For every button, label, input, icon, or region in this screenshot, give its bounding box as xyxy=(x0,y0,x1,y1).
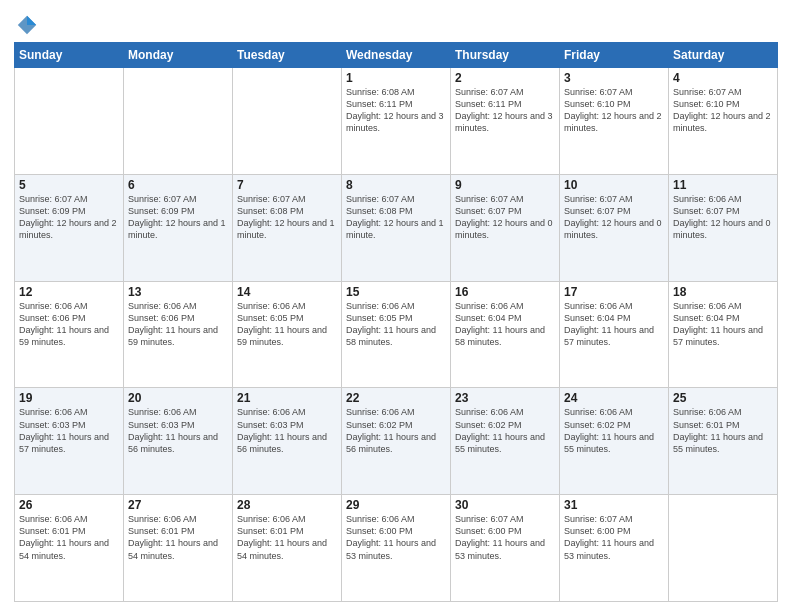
day-number: 17 xyxy=(564,285,664,299)
table-row: 9Sunrise: 6:07 AM Sunset: 6:07 PM Daylig… xyxy=(451,174,560,281)
table-row: 11Sunrise: 6:06 AM Sunset: 6:07 PM Dayli… xyxy=(669,174,778,281)
day-number: 7 xyxy=(237,178,337,192)
day-number: 18 xyxy=(673,285,773,299)
day-info: Sunrise: 6:07 AM Sunset: 6:11 PM Dayligh… xyxy=(455,86,555,135)
table-row: 10Sunrise: 6:07 AM Sunset: 6:07 PM Dayli… xyxy=(560,174,669,281)
day-number: 4 xyxy=(673,71,773,85)
day-number: 14 xyxy=(237,285,337,299)
day-info: Sunrise: 6:06 AM Sunset: 6:05 PM Dayligh… xyxy=(346,300,446,349)
day-number: 15 xyxy=(346,285,446,299)
table-row xyxy=(15,68,124,175)
col-monday: Monday xyxy=(124,43,233,68)
table-row xyxy=(233,68,342,175)
day-number: 27 xyxy=(128,498,228,512)
day-info: Sunrise: 6:06 AM Sunset: 6:03 PM Dayligh… xyxy=(237,406,337,455)
table-row: 30Sunrise: 6:07 AM Sunset: 6:00 PM Dayli… xyxy=(451,495,560,602)
table-row: 6Sunrise: 6:07 AM Sunset: 6:09 PM Daylig… xyxy=(124,174,233,281)
table-row: 23Sunrise: 6:06 AM Sunset: 6:02 PM Dayli… xyxy=(451,388,560,495)
table-row: 12Sunrise: 6:06 AM Sunset: 6:06 PM Dayli… xyxy=(15,281,124,388)
table-row: 20Sunrise: 6:06 AM Sunset: 6:03 PM Dayli… xyxy=(124,388,233,495)
table-row: 17Sunrise: 6:06 AM Sunset: 6:04 PM Dayli… xyxy=(560,281,669,388)
table-row: 13Sunrise: 6:06 AM Sunset: 6:06 PM Dayli… xyxy=(124,281,233,388)
day-info: Sunrise: 6:06 AM Sunset: 6:03 PM Dayligh… xyxy=(19,406,119,455)
header xyxy=(14,10,778,36)
day-number: 5 xyxy=(19,178,119,192)
day-number: 1 xyxy=(346,71,446,85)
table-row: 27Sunrise: 6:06 AM Sunset: 6:01 PM Dayli… xyxy=(124,495,233,602)
day-info: Sunrise: 6:06 AM Sunset: 6:04 PM Dayligh… xyxy=(673,300,773,349)
table-row: 15Sunrise: 6:06 AM Sunset: 6:05 PM Dayli… xyxy=(342,281,451,388)
table-row: 5Sunrise: 6:07 AM Sunset: 6:09 PM Daylig… xyxy=(15,174,124,281)
day-info: Sunrise: 6:06 AM Sunset: 6:03 PM Dayligh… xyxy=(128,406,228,455)
table-row: 4Sunrise: 6:07 AM Sunset: 6:10 PM Daylig… xyxy=(669,68,778,175)
calendar-week-row: 5Sunrise: 6:07 AM Sunset: 6:09 PM Daylig… xyxy=(15,174,778,281)
table-row: 31Sunrise: 6:07 AM Sunset: 6:00 PM Dayli… xyxy=(560,495,669,602)
day-info: Sunrise: 6:06 AM Sunset: 6:07 PM Dayligh… xyxy=(673,193,773,242)
table-row: 16Sunrise: 6:06 AM Sunset: 6:04 PM Dayli… xyxy=(451,281,560,388)
day-number: 20 xyxy=(128,391,228,405)
day-info: Sunrise: 6:06 AM Sunset: 6:01 PM Dayligh… xyxy=(19,513,119,562)
day-number: 21 xyxy=(237,391,337,405)
day-number: 25 xyxy=(673,391,773,405)
calendar-week-row: 19Sunrise: 6:06 AM Sunset: 6:03 PM Dayli… xyxy=(15,388,778,495)
table-row: 28Sunrise: 6:06 AM Sunset: 6:01 PM Dayli… xyxy=(233,495,342,602)
page: Sunday Monday Tuesday Wednesday Thursday… xyxy=(0,0,792,612)
table-row: 1Sunrise: 6:08 AM Sunset: 6:11 PM Daylig… xyxy=(342,68,451,175)
day-number: 12 xyxy=(19,285,119,299)
day-number: 31 xyxy=(564,498,664,512)
day-info: Sunrise: 6:06 AM Sunset: 6:02 PM Dayligh… xyxy=(564,406,664,455)
table-row: 21Sunrise: 6:06 AM Sunset: 6:03 PM Dayli… xyxy=(233,388,342,495)
day-info: Sunrise: 6:07 AM Sunset: 6:09 PM Dayligh… xyxy=(128,193,228,242)
day-info: Sunrise: 6:07 AM Sunset: 6:10 PM Dayligh… xyxy=(564,86,664,135)
table-row: 18Sunrise: 6:06 AM Sunset: 6:04 PM Dayli… xyxy=(669,281,778,388)
day-info: Sunrise: 6:06 AM Sunset: 6:05 PM Dayligh… xyxy=(237,300,337,349)
day-number: 24 xyxy=(564,391,664,405)
calendar-header-row: Sunday Monday Tuesday Wednesday Thursday… xyxy=(15,43,778,68)
table-row: 8Sunrise: 6:07 AM Sunset: 6:08 PM Daylig… xyxy=(342,174,451,281)
logo-icon xyxy=(16,14,38,36)
day-info: Sunrise: 6:06 AM Sunset: 6:04 PM Dayligh… xyxy=(564,300,664,349)
day-info: Sunrise: 6:07 AM Sunset: 6:08 PM Dayligh… xyxy=(237,193,337,242)
day-info: Sunrise: 6:07 AM Sunset: 6:00 PM Dayligh… xyxy=(455,513,555,562)
day-number: 6 xyxy=(128,178,228,192)
col-thursday: Thursday xyxy=(451,43,560,68)
table-row: 19Sunrise: 6:06 AM Sunset: 6:03 PM Dayli… xyxy=(15,388,124,495)
table-row: 24Sunrise: 6:06 AM Sunset: 6:02 PM Dayli… xyxy=(560,388,669,495)
day-number: 26 xyxy=(19,498,119,512)
table-row xyxy=(669,495,778,602)
calendar-week-row: 26Sunrise: 6:06 AM Sunset: 6:01 PM Dayli… xyxy=(15,495,778,602)
table-row: 22Sunrise: 6:06 AM Sunset: 6:02 PM Dayli… xyxy=(342,388,451,495)
day-number: 9 xyxy=(455,178,555,192)
logo xyxy=(14,14,38,36)
day-number: 30 xyxy=(455,498,555,512)
day-info: Sunrise: 6:07 AM Sunset: 6:07 PM Dayligh… xyxy=(455,193,555,242)
calendar-table: Sunday Monday Tuesday Wednesday Thursday… xyxy=(14,42,778,602)
day-info: Sunrise: 6:07 AM Sunset: 6:00 PM Dayligh… xyxy=(564,513,664,562)
day-number: 8 xyxy=(346,178,446,192)
day-info: Sunrise: 6:06 AM Sunset: 6:01 PM Dayligh… xyxy=(673,406,773,455)
col-sunday: Sunday xyxy=(15,43,124,68)
day-number: 16 xyxy=(455,285,555,299)
table-row: 3Sunrise: 6:07 AM Sunset: 6:10 PM Daylig… xyxy=(560,68,669,175)
col-friday: Friday xyxy=(560,43,669,68)
day-number: 23 xyxy=(455,391,555,405)
col-tuesday: Tuesday xyxy=(233,43,342,68)
day-info: Sunrise: 6:06 AM Sunset: 6:01 PM Dayligh… xyxy=(237,513,337,562)
calendar-week-row: 12Sunrise: 6:06 AM Sunset: 6:06 PM Dayli… xyxy=(15,281,778,388)
table-row: 25Sunrise: 6:06 AM Sunset: 6:01 PM Dayli… xyxy=(669,388,778,495)
day-number: 10 xyxy=(564,178,664,192)
day-number: 11 xyxy=(673,178,773,192)
day-info: Sunrise: 6:07 AM Sunset: 6:10 PM Dayligh… xyxy=(673,86,773,135)
day-info: Sunrise: 6:07 AM Sunset: 6:07 PM Dayligh… xyxy=(564,193,664,242)
day-number: 2 xyxy=(455,71,555,85)
table-row: 29Sunrise: 6:06 AM Sunset: 6:00 PM Dayli… xyxy=(342,495,451,602)
day-info: Sunrise: 6:06 AM Sunset: 6:06 PM Dayligh… xyxy=(19,300,119,349)
day-info: Sunrise: 6:06 AM Sunset: 6:02 PM Dayligh… xyxy=(346,406,446,455)
col-saturday: Saturday xyxy=(669,43,778,68)
day-info: Sunrise: 6:07 AM Sunset: 6:09 PM Dayligh… xyxy=(19,193,119,242)
day-info: Sunrise: 6:06 AM Sunset: 6:04 PM Dayligh… xyxy=(455,300,555,349)
table-row: 26Sunrise: 6:06 AM Sunset: 6:01 PM Dayli… xyxy=(15,495,124,602)
day-info: Sunrise: 6:06 AM Sunset: 6:02 PM Dayligh… xyxy=(455,406,555,455)
day-number: 13 xyxy=(128,285,228,299)
col-wednesday: Wednesday xyxy=(342,43,451,68)
